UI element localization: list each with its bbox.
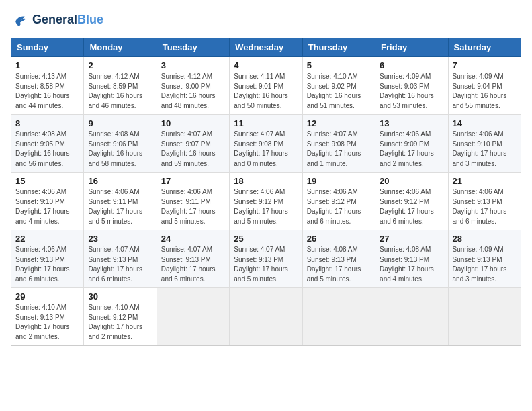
- day-number: 28: [453, 234, 517, 244]
- calendar-cell: [375, 288, 448, 346]
- day-number: 19: [307, 176, 371, 186]
- calendar-cell: 22Sunrise: 4:06 AMSunset: 9:13 PMDayligh…: [11, 230, 84, 288]
- calendar-week-row: 1Sunrise: 4:13 AMSunset: 8:58 PMDaylight…: [11, 57, 521, 115]
- calendar-cell: 8Sunrise: 4:08 AMSunset: 9:05 PMDaylight…: [11, 115, 84, 173]
- day-of-week-header: Wednesday: [230, 38, 302, 57]
- day-info: Sunrise: 4:06 AMSunset: 9:12 PMDaylight:…: [380, 187, 443, 226]
- day-number: 5: [307, 60, 371, 71]
- day-number: 23: [88, 234, 152, 244]
- day-number: 24: [161, 234, 225, 244]
- calendar-cell: 1Sunrise: 4:13 AMSunset: 8:58 PMDaylight…: [11, 57, 84, 115]
- calendar-cell: 25Sunrise: 4:07 AMSunset: 9:13 PMDayligh…: [230, 230, 302, 288]
- day-number: 21: [453, 176, 517, 186]
- day-number: 9: [88, 118, 152, 128]
- day-info: Sunrise: 4:10 AMSunset: 9:12 PMDaylight:…: [88, 303, 152, 342]
- day-info: Sunrise: 4:10 AMSunset: 9:13 PMDaylight:…: [15, 303, 79, 342]
- day-info: Sunrise: 4:09 AMSunset: 9:13 PMDaylight:…: [453, 245, 517, 284]
- page-header: GeneralBlue: [11, 11, 521, 30]
- day-info: Sunrise: 4:07 AMSunset: 9:07 PMDaylight:…: [161, 130, 225, 169]
- calendar-week-row: 15Sunrise: 4:06 AMSunset: 9:10 PMDayligh…: [11, 173, 521, 230]
- day-number: 27: [380, 234, 443, 244]
- calendar-week-row: 22Sunrise: 4:06 AMSunset: 9:13 PMDayligh…: [11, 230, 521, 288]
- day-number: 14: [453, 118, 517, 128]
- day-number: 2: [88, 60, 152, 71]
- day-info: Sunrise: 4:06 AMSunset: 9:13 PMDaylight:…: [453, 187, 517, 226]
- day-info: Sunrise: 4:13 AMSunset: 8:58 PMDaylight:…: [15, 72, 79, 111]
- day-info: Sunrise: 4:07 AMSunset: 9:13 PMDaylight:…: [88, 245, 152, 284]
- calendar-cell: 28Sunrise: 4:09 AMSunset: 9:13 PMDayligh…: [448, 230, 521, 288]
- day-number: 22: [15, 234, 79, 244]
- calendar-cell: 17Sunrise: 4:06 AMSunset: 9:11 PMDayligh…: [157, 173, 229, 230]
- day-number: 20: [380, 176, 443, 186]
- calendar-cell: [230, 288, 302, 346]
- calendar-cell: 27Sunrise: 4:08 AMSunset: 9:13 PMDayligh…: [375, 230, 448, 288]
- day-number: 15: [15, 176, 79, 186]
- day-number: 18: [234, 176, 298, 186]
- day-of-week-header: Tuesday: [157, 38, 229, 57]
- day-number: 30: [88, 291, 152, 302]
- day-info: Sunrise: 4:08 AMSunset: 9:13 PMDaylight:…: [307, 245, 371, 284]
- calendar-cell: 20Sunrise: 4:06 AMSunset: 9:12 PMDayligh…: [375, 173, 448, 230]
- day-of-week-header: Sunday: [11, 38, 84, 57]
- day-of-week-header: Monday: [84, 38, 157, 57]
- day-number: 25: [234, 234, 298, 244]
- calendar-cell: [157, 288, 229, 346]
- day-number: 17: [161, 176, 225, 186]
- logo-icon: [11, 11, 30, 30]
- day-number: 12: [307, 118, 371, 128]
- calendar-cell: 26Sunrise: 4:08 AMSunset: 9:13 PMDayligh…: [302, 230, 375, 288]
- day-number: 3: [161, 60, 225, 71]
- day-number: 29: [15, 291, 79, 302]
- day-info: Sunrise: 4:06 AMSunset: 9:10 PMDaylight:…: [15, 187, 79, 226]
- calendar-header-row: SundayMondayTuesdayWednesdayThursdayFrid…: [11, 38, 521, 57]
- day-info: Sunrise: 4:06 AMSunset: 9:10 PMDaylight:…: [453, 130, 517, 169]
- calendar-cell: 30Sunrise: 4:10 AMSunset: 9:12 PMDayligh…: [84, 288, 157, 346]
- calendar-cell: 21Sunrise: 4:06 AMSunset: 9:13 PMDayligh…: [448, 173, 521, 230]
- day-of-week-header: Thursday: [302, 38, 375, 57]
- calendar-cell: 10Sunrise: 4:07 AMSunset: 9:07 PMDayligh…: [157, 115, 229, 173]
- day-info: Sunrise: 4:12 AMSunset: 9:00 PMDaylight:…: [161, 72, 225, 111]
- calendar-cell: 14Sunrise: 4:06 AMSunset: 9:10 PMDayligh…: [448, 115, 521, 173]
- day-number: 4: [234, 60, 298, 71]
- logo-text: GeneralBlue: [32, 13, 103, 27]
- logo: GeneralBlue: [11, 11, 103, 30]
- day-info: Sunrise: 4:09 AMSunset: 9:03 PMDaylight:…: [380, 72, 443, 111]
- day-of-week-header: Friday: [375, 38, 448, 57]
- day-info: Sunrise: 4:06 AMSunset: 9:11 PMDaylight:…: [88, 187, 152, 226]
- calendar-cell: 15Sunrise: 4:06 AMSunset: 9:10 PMDayligh…: [11, 173, 84, 230]
- day-info: Sunrise: 4:07 AMSunset: 9:08 PMDaylight:…: [234, 130, 298, 169]
- day-info: Sunrise: 4:06 AMSunset: 9:13 PMDaylight:…: [15, 245, 79, 284]
- day-info: Sunrise: 4:06 AMSunset: 9:12 PMDaylight:…: [234, 187, 298, 226]
- calendar-cell: 11Sunrise: 4:07 AMSunset: 9:08 PMDayligh…: [230, 115, 302, 173]
- day-info: Sunrise: 4:06 AMSunset: 9:09 PMDaylight:…: [380, 130, 443, 169]
- calendar-cell: 2Sunrise: 4:12 AMSunset: 8:59 PMDaylight…: [84, 57, 157, 115]
- calendar-cell: 19Sunrise: 4:06 AMSunset: 9:12 PMDayligh…: [302, 173, 375, 230]
- calendar-cell: 4Sunrise: 4:11 AMSunset: 9:01 PMDaylight…: [230, 57, 302, 115]
- day-info: Sunrise: 4:07 AMSunset: 9:13 PMDaylight:…: [161, 245, 225, 284]
- calendar-cell: 12Sunrise: 4:07 AMSunset: 9:08 PMDayligh…: [302, 115, 375, 173]
- day-info: Sunrise: 4:08 AMSunset: 9:06 PMDaylight:…: [88, 130, 152, 169]
- day-number: 10: [161, 118, 225, 128]
- day-of-week-header: Saturday: [448, 38, 521, 57]
- day-number: 11: [234, 118, 298, 128]
- calendar-cell: 29Sunrise: 4:10 AMSunset: 9:13 PMDayligh…: [11, 288, 84, 346]
- day-number: 8: [15, 118, 79, 128]
- calendar-cell: 9Sunrise: 4:08 AMSunset: 9:06 PMDaylight…: [84, 115, 157, 173]
- calendar-cell: [448, 288, 521, 346]
- day-info: Sunrise: 4:07 AMSunset: 9:08 PMDaylight:…: [307, 130, 371, 169]
- day-number: 6: [380, 60, 443, 71]
- day-info: Sunrise: 4:12 AMSunset: 8:59 PMDaylight:…: [88, 72, 152, 111]
- day-info: Sunrise: 4:11 AMSunset: 9:01 PMDaylight:…: [234, 72, 298, 111]
- calendar-week-row: 8Sunrise: 4:08 AMSunset: 9:05 PMDaylight…: [11, 115, 521, 173]
- calendar-cell: 13Sunrise: 4:06 AMSunset: 9:09 PMDayligh…: [375, 115, 448, 173]
- day-info: Sunrise: 4:09 AMSunset: 9:04 PMDaylight:…: [453, 72, 517, 111]
- day-info: Sunrise: 4:06 AMSunset: 9:12 PMDaylight:…: [307, 187, 371, 226]
- day-number: 26: [307, 234, 371, 244]
- day-number: 13: [380, 118, 443, 128]
- calendar-cell: 7Sunrise: 4:09 AMSunset: 9:04 PMDaylight…: [448, 57, 521, 115]
- day-number: 7: [453, 60, 517, 71]
- calendar-cell: 24Sunrise: 4:07 AMSunset: 9:13 PMDayligh…: [157, 230, 229, 288]
- day-info: Sunrise: 4:07 AMSunset: 9:13 PMDaylight:…: [234, 245, 298, 284]
- day-number: 1: [15, 60, 79, 71]
- day-info: Sunrise: 4:08 AMSunset: 9:13 PMDaylight:…: [380, 245, 443, 284]
